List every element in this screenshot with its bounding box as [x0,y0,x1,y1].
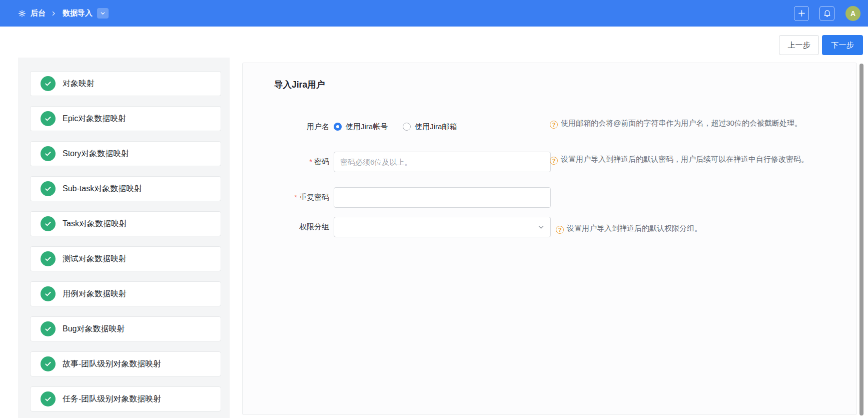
step-card[interactable]: 对象映射 [30,71,221,96]
repeat-password-input[interactable] [334,187,551,208]
step-card[interactable]: Sub-task对象数据映射 [30,176,221,201]
check-icon [41,216,56,231]
step-label: 测试对象数据映射 [63,254,127,264]
step-label: 用例对象数据映射 [63,289,127,299]
group-label: 权限分组 [243,222,329,232]
step-card[interactable]: 测试对象数据映射 [30,246,221,271]
check-icon [41,286,56,301]
radio-use-jira-email[interactable] [403,123,411,131]
add-button[interactable] [794,6,809,21]
step-card[interactable]: 任务-团队级别对象数据映射 [30,386,221,411]
step-card[interactable]: 用例对象数据映射 [30,281,221,306]
radio-use-jira-account[interactable] [334,123,342,131]
breadcrumb: 后台 数据导入 [18,8,109,19]
required-asterisk: * [309,157,312,166]
radio-option-label[interactable]: 使用Jira邮箱 [415,122,457,132]
notifications-button[interactable] [819,6,834,21]
check-icon [41,146,56,161]
step-label: 任务-团队级别对象数据映射 [63,394,161,404]
topbar-actions: A [794,6,860,21]
help-icon: ? [556,226,564,234]
repeat-password-row: *重复密码 [243,187,793,208]
page-title: 导入Jira用户 [274,79,325,91]
step-label: Bug对象数据映射 [63,324,125,334]
next-step-button[interactable]: 下一步 [822,35,863,55]
user-avatar[interactable]: A [845,6,860,21]
check-icon [41,356,56,371]
step-label: 对象映射 [63,79,95,89]
password-input[interactable] [334,152,551,172]
step-card[interactable]: Bug对象数据映射 [30,316,221,341]
chevron-down-icon [100,11,106,16]
step-label: Sub-task对象数据映射 [63,184,142,194]
step-card[interactable]: 故事-团队级别对象数据映射 [30,351,221,376]
wizard-nav-buttons: 上一步 下一步 [779,35,863,55]
breadcrumb-current[interactable]: 数据导入 [63,9,93,18]
bell-icon [823,9,831,18]
check-icon [41,181,56,196]
username-help: ?使用邮箱的会将@前面的字符串作为用户名，超过30位的会被截断处理。 [550,117,813,129]
breadcrumb-dropdown-button[interactable] [97,8,109,19]
step-card[interactable]: Epic对象数据映射 [30,106,221,131]
check-icon [41,76,56,91]
help-icon: ? [550,157,558,165]
required-asterisk: * [294,193,297,201]
repeat-password-label: *重复密码 [243,193,329,202]
step-label: 故事-团队级别对象数据映射 [63,359,161,369]
step-label: Epic对象数据映射 [63,114,126,124]
check-icon [41,251,56,266]
group-select[interactable] [334,217,551,237]
help-icon: ? [550,121,558,129]
step-label: Story对象数据映射 [63,149,129,159]
select-chevron-icon [537,223,545,233]
check-icon [41,391,56,406]
gear-icon [18,10,26,18]
top-navigation-bar: 后台 数据导入 A [0,0,868,27]
group-help: ?设置用户导入到禅道后的默认权限分组。 [556,222,819,234]
username-label: 用户名 [243,122,329,132]
check-icon [41,321,56,336]
step-list: 对象映射 Epic对象数据映射 Story对象数据映射 Sub-task对象数据… [18,58,230,418]
page-scrollbar[interactable] [859,64,863,415]
radio-option-label[interactable]: 使用Jira帐号 [346,122,388,132]
password-help: ?设置用户导入到禅道后的默认密码，用户后续可以在禅道中自行修改密码。 [550,153,813,165]
chevron-right-icon [51,11,57,17]
check-icon [41,111,56,126]
step-card[interactable]: Story对象数据映射 [30,141,221,166]
step-card[interactable]: Task对象数据映射 [30,211,221,236]
password-label: *密码 [243,157,329,167]
prev-step-button[interactable]: 上一步 [779,35,819,55]
step-label: Task对象数据映射 [63,219,127,229]
plus-icon [797,9,806,18]
content-panel: 导入Jira用户 用户名 使用Jira帐号 使用Jira邮箱 ?使用邮箱的会将@… [242,63,857,415]
breadcrumb-home[interactable]: 后台 [31,9,46,18]
